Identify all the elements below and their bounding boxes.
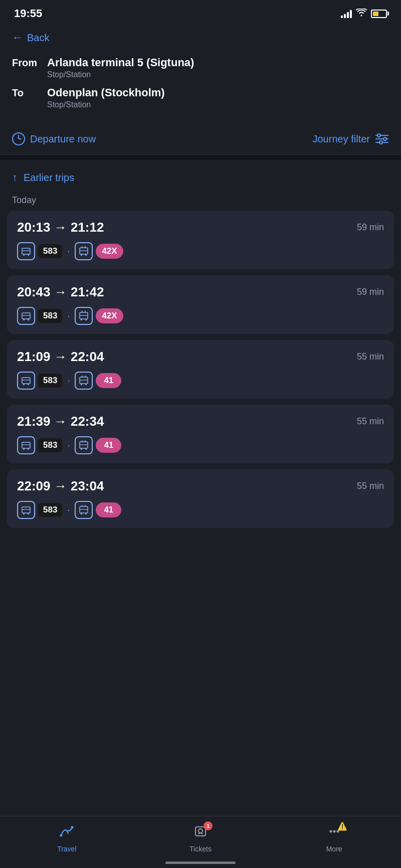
trip-card[interactable]: 20:13 → 21:1259 min 583· 42X — [7, 211, 394, 269]
transport-badge: 583 — [17, 307, 62, 325]
route-number: 41 — [96, 502, 121, 517]
to-detail: Odenplan (Stockholm) Stop/Station — [47, 86, 165, 109]
leg-separator: · — [67, 246, 70, 257]
trip-route: 583· 41 — [17, 372, 384, 390]
from-row: From Arlanda terminal 5 (Sigtuna) Stop/S… — [12, 56, 389, 79]
clock-icon — [12, 132, 25, 145]
bus-icon — [17, 501, 35, 519]
metro-icon — [75, 242, 93, 260]
trip-card[interactable]: 22:09 → 23:0455 min 583· 41 — [7, 469, 394, 528]
nav-tickets[interactable]: 1 Tickets — [180, 824, 221, 853]
bus-icon — [17, 307, 35, 325]
svg-point-66 — [329, 830, 332, 833]
to-sub: Stop/Station — [47, 100, 165, 109]
trip-route: 583· 42X — [17, 307, 384, 325]
wifi-icon — [356, 9, 367, 19]
svg-point-14 — [85, 254, 87, 256]
filter-bar: Departure now Journey filter — [0, 126, 401, 155]
warning-icon: ⚠️ — [337, 821, 347, 831]
more-label: More — [326, 845, 342, 853]
trip-card[interactable]: 21:39 → 22:3455 min 583· 41 — [7, 405, 394, 463]
back-button[interactable]: ← Back — [0, 25, 401, 52]
trip-card[interactable]: 20:43 → 21:4259 min 583· 42X — [7, 275, 394, 334]
metro-icon — [75, 436, 93, 454]
trip-duration: 55 min — [357, 352, 384, 362]
svg-point-52 — [23, 513, 25, 514]
trip-card[interactable]: 21:09 → 22:0455 min 583· 41 — [7, 340, 394, 399]
svg-rect-6 — [22, 248, 30, 254]
svg-point-42 — [28, 448, 29, 450]
leg-separator: · — [67, 376, 70, 386]
home-indicator — [165, 861, 236, 864]
route-info: From Arlanda terminal 5 (Sigtuna) Stop/S… — [0, 52, 401, 126]
trip-route: 583· 41 — [17, 501, 384, 519]
trip-time: 20:13 → 21:12 — [17, 220, 104, 235]
svg-rect-28 — [22, 378, 30, 384]
earlier-trips-label: Earlier trips — [24, 172, 74, 184]
earlier-trips-button[interactable]: ↑ Earlier trips — [0, 160, 401, 188]
svg-point-57 — [81, 513, 82, 514]
transport-badge: 583 — [17, 242, 62, 260]
svg-point-8 — [23, 254, 25, 256]
svg-point-3 — [383, 137, 386, 140]
to-row: To Odenplan (Stockholm) Stop/Station — [12, 86, 389, 109]
svg-point-1 — [377, 134, 380, 137]
svg-point-25 — [85, 319, 87, 320]
bus-icon — [17, 242, 35, 260]
back-arrow-icon: ← — [12, 31, 23, 44]
svg-point-36 — [85, 384, 87, 385]
transport-badge: 583 — [17, 436, 62, 454]
svg-point-31 — [28, 384, 29, 385]
from-name: Arlanda terminal 5 (Sigtuna) — [47, 56, 194, 69]
svg-point-24 — [81, 319, 82, 320]
status-icons — [341, 9, 387, 19]
svg-rect-39 — [22, 442, 30, 448]
svg-point-9 — [28, 254, 29, 256]
from-detail: Arlanda terminal 5 (Sigtuna) Stop/Statio… — [47, 56, 194, 79]
from-label: From — [12, 56, 47, 69]
from-sub: Stop/Station — [47, 70, 194, 79]
metro-icon — [75, 307, 93, 325]
svg-rect-17 — [22, 313, 30, 319]
route-number: 583 — [38, 309, 62, 323]
route-number: 42X — [96, 244, 123, 259]
battery-icon — [371, 10, 387, 18]
route-number: 41 — [96, 438, 121, 453]
bottom-nav: Travel 1 Tickets ⚠️ More — [0, 816, 401, 868]
back-label: Back — [27, 32, 49, 44]
journey-filter-button[interactable]: Journey filter — [313, 133, 389, 145]
svg-rect-50 — [22, 507, 30, 513]
departure-button[interactable]: Departure now — [12, 132, 96, 145]
travel-icon — [59, 824, 75, 842]
route-number: 42X — [96, 308, 123, 323]
transport-badge: 42X — [75, 242, 123, 260]
route-number: 583 — [38, 503, 62, 517]
nav-travel[interactable]: Travel — [47, 824, 87, 853]
nav-more[interactable]: ⚠️ More — [314, 824, 354, 853]
transport-badge: 583 — [17, 501, 62, 519]
filter-sliders-icon — [375, 133, 389, 144]
trip-duration: 59 min — [357, 222, 384, 233]
tickets-badge: 1 — [204, 821, 213, 830]
more-icon: ⚠️ — [327, 824, 341, 842]
route-number: 583 — [38, 438, 62, 452]
day-label: Today — [0, 188, 401, 211]
status-bar: 19:55 — [0, 0, 401, 25]
to-name: Odenplan (Stockholm) — [47, 86, 165, 99]
svg-point-35 — [81, 384, 82, 385]
svg-point-67 — [333, 830, 335, 833]
trip-time: 21:39 → 22:34 — [17, 414, 104, 429]
svg-point-46 — [81, 448, 82, 450]
route-number: 583 — [38, 244, 62, 258]
trip-time: 21:09 → 22:04 — [17, 349, 104, 365]
section-divider — [0, 155, 401, 160]
arrow-up-icon: ↑ — [12, 171, 18, 184]
route-number: 583 — [38, 374, 62, 388]
journey-filter-label: Journey filter — [313, 133, 370, 145]
trip-time: 20:43 → 21:42 — [17, 284, 104, 300]
leg-separator: · — [67, 311, 70, 321]
transport-badge: 41 — [75, 436, 121, 454]
bus-icon — [17, 436, 35, 454]
svg-point-47 — [85, 448, 87, 450]
travel-label: Travel — [57, 845, 76, 853]
